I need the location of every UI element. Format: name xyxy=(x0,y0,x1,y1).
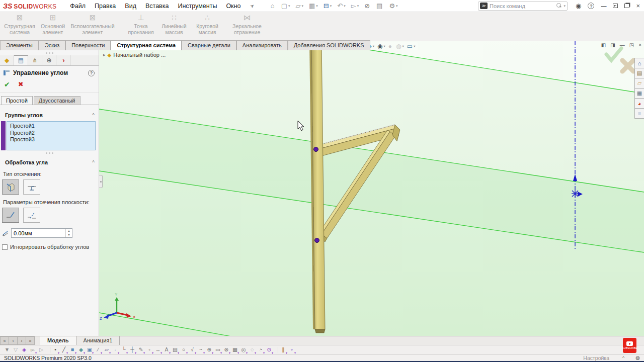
task-pane-button[interactable]: ⌂ xyxy=(635,58,644,68)
filter-button[interactable]: ▭ ▾ xyxy=(214,346,222,354)
command-tab[interactable]: Элементы xyxy=(0,40,39,50)
command-search[interactable]: ≫ ▾ xyxy=(478,2,568,11)
mode-tab[interactable]: Двусоставный xyxy=(34,96,80,105)
menu-item[interactable]: Инструменты xyxy=(173,1,221,11)
groups-section-header[interactable]: Группы углов ^ xyxy=(0,108,99,120)
subscribe-overlay-button[interactable]: SUBSCRIBE xyxy=(623,338,636,353)
spin-up-icon[interactable]: ▴ xyxy=(68,229,69,233)
quick-tool-button[interactable]: ▦ ▾ xyxy=(307,2,320,10)
search-caret-icon[interactable]: ▾ xyxy=(564,4,566,8)
command-tab[interactable]: Добавления SOLIDWORKS xyxy=(288,40,370,50)
close-button[interactable]: × xyxy=(636,3,640,9)
ignore-treatment-checkbox[interactable] xyxy=(2,244,8,250)
panel-resize-grip[interactable] xyxy=(0,50,99,55)
document-control-button[interactable]: ◳ xyxy=(629,43,634,48)
corner-groups-listbox[interactable]: Простой1Простой2Простой3 xyxy=(7,121,96,150)
plane-trim-first-button[interactable] xyxy=(2,208,19,223)
help-icon[interactable]: ? xyxy=(588,3,594,9)
mode-tab[interactable]: Простой xyxy=(1,96,33,105)
filter-button[interactable]: ▦ ▾ xyxy=(231,346,239,354)
filter-button[interactable]: ◈ xyxy=(20,346,28,354)
heads-up-button[interactable]: ● xyxy=(388,43,393,49)
ribbon-button[interactable]: ⊠ Вспомогательный элемент xyxy=(69,12,116,40)
sheet-nav-button[interactable]: « xyxy=(0,336,9,345)
panel-tab[interactable]: ⊕ xyxy=(42,55,56,65)
quick-tool-button[interactable]: ⊟ ▾ xyxy=(321,2,334,10)
joint-point[interactable] xyxy=(315,238,319,243)
command-tab[interactable]: Анализировать xyxy=(236,40,288,50)
collapse-icon[interactable]: ^ xyxy=(92,113,95,118)
filter-button[interactable] xyxy=(275,347,278,353)
quick-tool-button[interactable]: ▱ ▾ xyxy=(293,2,305,10)
list-item[interactable]: Простой3 xyxy=(10,136,95,143)
filter-button[interactable]: ▷ xyxy=(37,346,45,354)
filter-button[interactable]: ▤ ▾ xyxy=(171,346,179,354)
corner-treatment-header[interactable]: Обработка угла ^ xyxy=(0,155,99,167)
ribbon-button[interactable]: ⊥ Точка пронзания xyxy=(124,12,157,40)
ribbon-button[interactable]: ⋈ Зеркальное отражение xyxy=(224,12,270,40)
filter-button[interactable]: ◦ ▾ xyxy=(145,346,153,354)
collapse-icon[interactable]: ^ xyxy=(92,160,95,165)
expand-icon[interactable]: ▸ xyxy=(103,52,106,57)
menu-item[interactable]: Файл xyxy=(65,1,90,11)
heads-up-button[interactable]: ◉ ▾ xyxy=(377,43,385,49)
heads-up-button[interactable]: ▭ ▾ xyxy=(407,43,416,49)
search-icon[interactable] xyxy=(556,3,562,9)
panel-tab[interactable]: ▤ xyxy=(14,55,28,65)
quick-tool-button[interactable]: ↶ ▾ xyxy=(335,2,347,10)
configuration-label[interactable]: Настройка xyxy=(583,355,609,361)
filter-button[interactable]: ▻ ▾ xyxy=(29,346,37,354)
search-input[interactable] xyxy=(490,3,554,9)
dropdown-caret-icon[interactable]: ▾ xyxy=(316,4,318,8)
filter-button[interactable]: ▱ ▾ xyxy=(103,346,111,354)
sheet-nav-button[interactable]: » xyxy=(26,336,34,345)
sheet-nav-button[interactable]: › xyxy=(17,336,26,345)
panel-help-icon[interactable]: ? xyxy=(88,70,95,76)
quick-tool-button[interactable]: ⚙ ▾ xyxy=(387,2,399,10)
ok-button[interactable]: ✔ xyxy=(4,80,10,88)
panel-tab[interactable]: ◆ xyxy=(0,55,14,65)
menu-item[interactable]: Окно xyxy=(221,1,245,11)
task-pane-button[interactable]: ▱ xyxy=(635,78,644,88)
dropdown-caret-icon[interactable]: ▾ xyxy=(344,4,346,8)
filter-button[interactable]: └ ▾ xyxy=(120,346,128,354)
list-item[interactable]: Простой1 xyxy=(10,123,95,130)
cancel-button[interactable]: ✖ xyxy=(18,80,24,88)
offset-spinner[interactable]: ▴ ▾ xyxy=(65,229,72,237)
list-resize-grip[interactable] xyxy=(0,150,99,155)
command-tab[interactable]: Поверхности xyxy=(65,40,111,50)
quick-tool-button[interactable]: ▢ ▾ xyxy=(279,2,292,10)
panel-tab[interactable]: ◑ xyxy=(56,55,70,65)
filter-button[interactable]: ◆ ▾ xyxy=(77,346,85,354)
filter-button[interactable]: ■ ▾ xyxy=(68,346,76,354)
ribbon-button[interactable]: ∷ Линейный массив xyxy=(157,12,191,40)
quick-tool-button[interactable]: ▻ ▾ xyxy=(349,2,361,10)
filter-button[interactable]: ┼ ▾ xyxy=(128,346,136,354)
sheet-nav-button[interactable]: ‹ xyxy=(9,336,17,345)
filter-button[interactable]: ▣ ▾ xyxy=(86,346,94,354)
cascade-button[interactable] xyxy=(624,4,629,8)
quick-tool-button[interactable]: ⌂ xyxy=(269,2,278,10)
task-pane-button[interactable]: ▤ xyxy=(635,68,644,78)
command-tab[interactable]: Эскиз xyxy=(39,40,65,50)
filter-button[interactable]: ▽ xyxy=(12,346,20,354)
filter-button[interactable]: ∥ ▾ xyxy=(279,346,287,354)
list-item[interactable]: Простой2 xyxy=(10,130,95,137)
status-caret-icon[interactable]: ^ xyxy=(622,355,624,360)
dropdown-caret-icon[interactable]: ▾ xyxy=(330,4,332,8)
trim-weld-gap-button[interactable] xyxy=(23,179,40,195)
menu-item[interactable]: Вид xyxy=(120,1,141,11)
filter-button[interactable]: ✎ ▾ xyxy=(137,346,145,354)
filter-button[interactable]: ∕ ▾ xyxy=(94,346,102,354)
login-icon[interactable]: ◉ xyxy=(576,2,581,10)
filter-button[interactable]: ▼ xyxy=(3,346,11,354)
filter-button[interactable]: ╱ ▾ xyxy=(60,346,68,354)
filter-button[interactable]: ↔ ▾ xyxy=(154,346,162,354)
filter-button[interactable]: √ ▾ xyxy=(188,346,196,354)
dropdown-caret-icon[interactable]: ▾ xyxy=(384,44,385,48)
filter-button[interactable]: ~ ▾ xyxy=(197,346,205,354)
menu-item[interactable]: Вставка xyxy=(141,1,173,11)
filter-button[interactable]: ◌ ▾ xyxy=(248,346,256,354)
command-tab[interactable]: Сварные детали xyxy=(182,40,236,50)
command-tab[interactable]: Структурная система xyxy=(111,40,182,50)
